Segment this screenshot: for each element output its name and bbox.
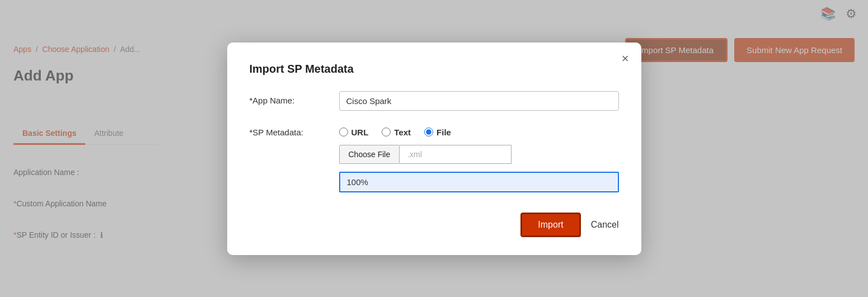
cancel-button[interactable]: Cancel xyxy=(591,220,619,230)
radio-url-input[interactable] xyxy=(339,128,348,136)
sp-metadata-label: *SP Metadata: xyxy=(250,123,339,137)
modal-title: Import SP Metadata xyxy=(250,63,619,76)
radio-text-input[interactable] xyxy=(382,128,391,136)
app-name-label: *App Name: xyxy=(250,91,339,105)
progress-input[interactable] xyxy=(339,172,619,192)
file-input-row: Choose File .xml xyxy=(339,145,619,164)
app-name-input[interactable] xyxy=(339,91,619,111)
radio-file-input[interactable] xyxy=(424,128,433,136)
app-name-row: *App Name: xyxy=(250,91,619,111)
import-button[interactable]: Import xyxy=(520,213,580,237)
import-sp-metadata-modal: Import SP Metadata × *App Name: *SP Meta… xyxy=(227,43,641,255)
choose-file-button[interactable]: Choose File xyxy=(339,145,400,164)
radio-url-option[interactable]: URL xyxy=(339,128,369,137)
file-name-display: .xml xyxy=(400,145,512,164)
metadata-radio-group: URL Text File xyxy=(339,123,619,137)
sp-metadata-row: *SP Metadata: URL Text File xyxy=(250,123,619,192)
radio-text-option[interactable]: Text xyxy=(382,128,411,137)
radio-file-option[interactable]: File xyxy=(424,128,451,137)
modal-overlay: Import SP Metadata × *App Name: *SP Meta… xyxy=(0,0,868,297)
modal-footer: Import Cancel xyxy=(250,213,619,237)
close-button[interactable]: × xyxy=(622,53,629,65)
